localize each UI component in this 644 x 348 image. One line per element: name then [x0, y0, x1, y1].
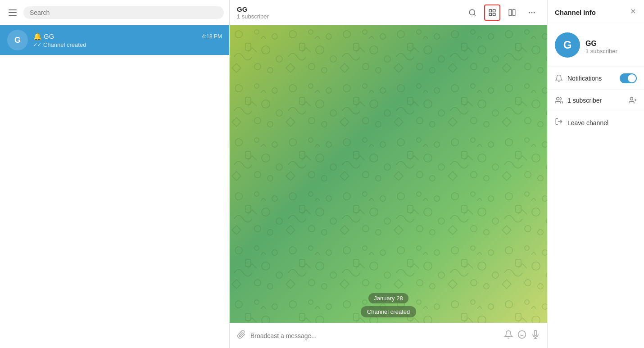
notifications-toggle[interactable] [620, 73, 637, 83]
svg-rect-10 [513, 9, 515, 16]
chat-name-row: 🔔 GG 4:18 PM [33, 32, 222, 41]
date-badge: January 28 [368, 293, 408, 303]
chat-header-name: GG [237, 5, 464, 13]
view-mode-button[interactable] [484, 5, 500, 21]
svg-point-12 [531, 12, 533, 13]
svg-rect-5 [489, 9, 491, 12]
chat-item[interactable]: G 🔔 GG 4:18 PM ✓✓ Channel created [0, 25, 229, 55]
chat-header-actions [464, 5, 540, 21]
search-input[interactable] [30, 9, 218, 16]
svg-point-23 [518, 331, 526, 339]
svg-line-4 [474, 14, 475, 15]
channel-name-info: GG 1 subscriber [585, 40, 617, 54]
channel-name: GG [585, 40, 617, 48]
menu-icon[interactable] [5, 5, 20, 20]
svg-point-30 [557, 97, 559, 100]
panel-title: Channel Info [555, 9, 596, 16]
notifications-row[interactable]: Notifications [548, 67, 644, 90]
notifications-label: Notifications [567, 75, 620, 82]
chat-preview: ✓✓ Channel created [33, 41, 222, 48]
panel-avatar-section: G GG 1 subscriber [548, 25, 644, 67]
system-message: Channel created [361, 306, 416, 317]
svg-rect-2 [9, 15, 17, 16]
leave-channel-label: Leave channel [567, 119, 608, 127]
svg-point-11 [529, 12, 530, 13]
chat-name: 🔔 GG [33, 32, 54, 41]
chat-header: GG 1 subscriber [230, 0, 547, 25]
emoji-icon[interactable] [517, 330, 526, 341]
microphone-icon[interactable] [531, 330, 540, 341]
svg-rect-1 [9, 12, 17, 13]
chat-header-info: GG 1 subscriber [237, 5, 464, 20]
message-input[interactable] [250, 332, 499, 339]
notifications-icon [555, 74, 567, 82]
more-button[interactable] [524, 5, 540, 21]
leave-channel-icon [555, 118, 567, 128]
chat-input-bar [230, 323, 547, 348]
chat-messages: January 28 Channel created [230, 25, 547, 323]
channel-subscriber-count: 1 subscriber [585, 48, 617, 54]
svg-rect-0 [9, 9, 17, 10]
avatar: G [7, 30, 28, 50]
columns-button[interactable] [504, 5, 520, 21]
svg-point-13 [534, 12, 535, 13]
svg-point-31 [630, 97, 633, 100]
chat-main: GG 1 subscriber [230, 0, 547, 348]
chat-info: 🔔 GG 4:18 PM ✓✓ Channel created [33, 32, 222, 48]
chat-time: 4:18 PM [202, 33, 222, 40]
close-button[interactable] [630, 8, 637, 17]
notification-bell-icon[interactable] [504, 330, 513, 341]
subscribers-label: 1 subscriber [567, 97, 629, 104]
chat-header-sub: 1 subscriber [237, 13, 464, 20]
check-icon: ✓✓ [33, 42, 41, 48]
panel-header: Channel Info [548, 0, 644, 25]
sidebar-header [0, 0, 229, 25]
chat-background: January 28 Channel created [230, 25, 547, 323]
chat-list: G 🔔 GG 4:18 PM ✓✓ Channel created [0, 25, 229, 348]
search-bar[interactable] [23, 6, 224, 19]
subscribers-icon [555, 96, 567, 104]
channel-info-panel: Channel Info G GG 1 subscriber [547, 0, 644, 348]
svg-rect-7 [489, 13, 491, 15]
svg-rect-8 [493, 13, 495, 15]
svg-point-3 [469, 9, 475, 15]
leave-channel-row[interactable]: Leave channel [548, 111, 644, 134]
add-subscriber-button[interactable] [629, 96, 637, 104]
subscribers-row[interactable]: 1 subscriber [548, 90, 644, 111]
svg-rect-9 [509, 9, 511, 16]
sidebar: G 🔔 GG 4:18 PM ✓✓ Channel created [0, 0, 230, 348]
svg-rect-6 [493, 9, 495, 12]
channel-avatar: G [555, 32, 580, 58]
search-button[interactable] [464, 5, 481, 21]
channel-speaker-icon: 🔔 [33, 32, 42, 41]
attach-icon[interactable] [237, 330, 246, 341]
